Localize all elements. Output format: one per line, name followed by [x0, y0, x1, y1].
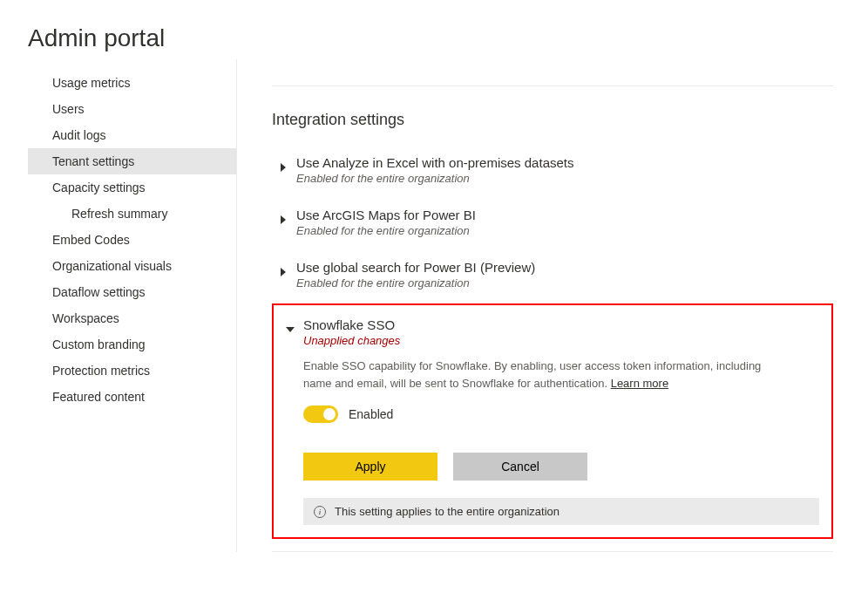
sidebar-item-custom-branding[interactable]: Custom branding	[28, 331, 236, 358]
sidebar-item-organizational-visuals[interactable]: Organizational visuals	[28, 253, 236, 279]
sidebar-item-audit-logs[interactable]: Audit logs	[28, 122, 236, 148]
caret-right-icon	[279, 265, 288, 274]
sidebar-item-protection-metrics[interactable]: Protection metrics	[28, 358, 236, 384]
snowflake-sso-status: Unapplied changes	[303, 334, 400, 347]
caret-down-icon[interactable]	[286, 323, 295, 331]
sidebar-item-featured-content[interactable]: Featured content	[28, 384, 236, 410]
divider	[272, 551, 833, 552]
apply-button[interactable]: Apply	[303, 453, 437, 481]
setting-status: Enabled for the entire organization	[296, 172, 573, 185]
info-text: This setting applies to the entire organ…	[335, 505, 559, 518]
snowflake-sso-box: Snowflake SSO Unapplied changes Enable S…	[272, 303, 833, 539]
sidebar: Usage metricsUsersAudit logsTenant setti…	[28, 59, 237, 552]
setting-status: Enabled for the entire organization	[296, 276, 535, 290]
sidebar-item-tenant-settings[interactable]: Tenant settings	[28, 148, 236, 174]
caret-right-icon	[279, 160, 288, 169]
sidebar-item-usage-metrics[interactable]: Usage metrics	[28, 70, 236, 96]
setting-label: Use global search for Power BI (Preview)	[296, 260, 535, 275]
snowflake-description: Enable SSO capability for Snowflake. By …	[303, 358, 791, 392]
setting-label: Use Analyze in Excel with on-premises da…	[296, 155, 573, 170]
main-content: Integration settings Use Analyze in Exce…	[237, 59, 868, 552]
section-title: Integration settings	[272, 111, 833, 129]
setting-row[interactable]: Use Analyze in Excel with on-premises da…	[272, 147, 833, 187]
sidebar-item-embed-codes[interactable]: Embed Codes	[28, 227, 236, 253]
divider	[272, 85, 833, 86]
sidebar-subitem-refresh-summary[interactable]: Refresh summary	[28, 201, 236, 227]
sidebar-item-users[interactable]: Users	[28, 96, 236, 122]
page-title: Admin portal	[0, 0, 868, 59]
sidebar-item-workspaces[interactable]: Workspaces	[28, 305, 236, 331]
setting-row[interactable]: Use ArcGIS Maps for Power BIEnabled for …	[272, 199, 833, 239]
caret-right-icon	[279, 213, 288, 222]
sidebar-item-capacity-settings[interactable]: Capacity settings	[28, 174, 236, 201]
info-icon: i	[314, 506, 326, 518]
setting-status: Enabled for the entire organization	[296, 224, 476, 237]
enabled-toggle[interactable]	[303, 406, 338, 423]
snowflake-sso-label[interactable]: Snowflake SSO	[303, 317, 400, 332]
setting-row[interactable]: Use global search for Power BI (Preview)…	[272, 251, 833, 291]
info-bar: i This setting applies to the entire org…	[303, 498, 819, 525]
setting-label: Use ArcGIS Maps for Power BI	[296, 208, 476, 222]
toggle-state-label: Enabled	[349, 407, 393, 421]
toggle-knob	[323, 408, 336, 420]
sidebar-item-dataflow-settings[interactable]: Dataflow settings	[28, 279, 236, 305]
learn-more-link[interactable]: Learn more	[611, 377, 668, 390]
cancel-button[interactable]: Cancel	[453, 453, 587, 481]
